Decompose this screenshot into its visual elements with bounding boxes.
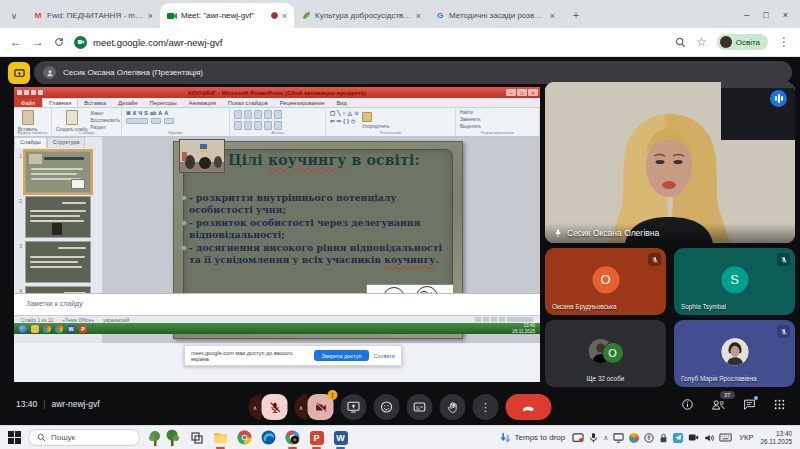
browser-profile-chip[interactable]: Освіта (717, 34, 768, 50)
slide-thumbnail-2[interactable] (25, 196, 91, 238)
ppt-tab-review[interactable]: Рецензирование (274, 98, 331, 107)
tray-chevron-icon[interactable]: ∧ (603, 434, 608, 442)
search-page-icon[interactable] (675, 37, 686, 48)
paste-icon[interactable] (22, 110, 34, 125)
captions-button[interactable] (407, 394, 433, 420)
participant-tile[interactable]: O Оксана Брудньовська (545, 248, 666, 315)
view-switcher-icons[interactable] (475, 317, 533, 322)
edge-icon[interactable] (260, 429, 277, 446)
presentation-pin-chip[interactable] (8, 62, 30, 84)
bookmark-star-icon[interactable]: ☆ (696, 36, 707, 48)
ppt-notes-area[interactable]: Заметки к слайду (14, 293, 540, 315)
meeting-details-icon[interactable] (681, 398, 694, 411)
security-tray-icon[interactable] (659, 433, 668, 443)
monitor-tray-icon[interactable] (613, 433, 624, 443)
reload-icon[interactable] (54, 37, 64, 47)
tab-gmail[interactable]: M Fwd: ПЕДЧИТАННЯ - m.golub × (26, 3, 160, 28)
start-button[interactable] (8, 431, 21, 444)
browser-menu-icon[interactable]: ⋮ (778, 36, 790, 48)
camera-options-chevron[interactable]: ∧ (295, 394, 308, 420)
more-participants-tile[interactable]: O Ще 32 особи (545, 320, 666, 387)
tab-close-icon[interactable]: × (550, 11, 555, 21)
more-options-button[interactable]: ⋮ (473, 394, 499, 420)
slide-thumbnail-1[interactable] (25, 151, 91, 193)
camera-tray-icon[interactable] (688, 433, 699, 442)
word-icon[interactable]: W (67, 325, 75, 333)
weather-widget[interactable]: Temps to drop (500, 432, 566, 444)
new-slide-icon[interactable] (66, 110, 78, 125)
arrange-label[interactable]: Упорядочить (362, 124, 389, 130)
taskbar-search[interactable]: Пошук (28, 429, 140, 446)
mic-options-chevron[interactable]: ∧ (249, 394, 262, 420)
align-controls[interactable] (234, 121, 282, 130)
mic-muted-button[interactable] (262, 394, 288, 420)
word-icon[interactable]: W (332, 429, 349, 446)
font-controls[interactable]: ЖКЧSabАА (126, 110, 174, 116)
stop-sharing-button[interactable]: Закрити доступ (314, 350, 368, 361)
list-controls[interactable] (234, 110, 282, 119)
chat-button[interactable] (743, 398, 756, 411)
close-button[interactable]: × (783, 10, 788, 20)
powerpoint-icon[interactable]: P (79, 325, 87, 333)
url-field[interactable]: meet.google.com/awr-newj-gvf (74, 36, 665, 49)
screen-record-tray-icon[interactable] (572, 433, 584, 443)
tab-meet[interactable]: Meet: "awr-newj-gvf" × (160, 3, 294, 28)
find-label[interactable]: Найти (460, 110, 481, 116)
tab-close-icon[interactable]: × (282, 11, 287, 21)
chrome-icon[interactable] (55, 325, 63, 333)
back-icon[interactable]: ← (10, 36, 22, 48)
chrome-recording-icon[interactable] (284, 429, 301, 446)
select-label[interactable]: Выделить (460, 124, 481, 130)
raise-hand-button[interactable] (440, 394, 466, 420)
ppt-tab-design[interactable]: Дизайн (112, 98, 144, 107)
folder-icon[interactable] (31, 325, 39, 333)
shapes-gallery[interactable]: ▢╲○△☆ (330, 110, 359, 116)
update-arrow-tray-icon[interactable] (644, 433, 654, 443)
shapes-gallery-2[interactable]: ⇦⇨()◇ (330, 118, 359, 124)
tab-culture[interactable]: Культура добросусідства : Я… × (294, 3, 428, 28)
ppt-tab-view[interactable]: Вид (331, 98, 354, 107)
presenting-banner[interactable]: Сесик Оксана Олегівна (Презентація) (34, 61, 792, 84)
arrange-icon[interactable] (362, 112, 372, 122)
activities-button[interactable] (773, 398, 786, 411)
minimize-button[interactable]: – (744, 10, 749, 20)
task-view-button[interactable] (188, 429, 205, 446)
start-orb-icon[interactable] (19, 325, 27, 333)
participant-tile[interactable]: S Sophia Tsymbal (674, 248, 795, 315)
maximize-button[interactable]: □ (763, 10, 768, 20)
chrome-icon[interactable] (43, 325, 51, 333)
layout-label[interactable]: Макет (91, 111, 120, 117)
language-switcher[interactable]: УКР (739, 433, 753, 442)
replace-label[interactable]: Заменить (460, 117, 481, 123)
chrome-icon[interactable] (236, 429, 253, 446)
participants-button[interactable]: 37 (711, 398, 726, 411)
meet-pwa-tray-icon[interactable] (629, 433, 639, 443)
ppt-tab-slideshow[interactable]: Показ слайдов (222, 98, 274, 107)
hide-sharing-link[interactable]: Сховати (374, 353, 395, 359)
participant-tile[interactable]: Голуб Марія Ярославівна (674, 320, 795, 387)
main-video-tile[interactable]: Сесик Оксана Олегівна (545, 82, 795, 243)
speaker-tray-icon[interactable] (704, 433, 714, 443)
camera-off-button[interactable]: ! (308, 394, 334, 420)
font-size-controls[interactable] (126, 118, 174, 124)
taskbar-clock[interactable]: 13:4026.11.2025 (760, 430, 792, 446)
present-button[interactable] (341, 394, 367, 420)
pane-tab-slides[interactable]: Слайды (14, 137, 47, 148)
end-call-button[interactable] (506, 394, 552, 420)
tab-close-icon[interactable]: × (416, 11, 421, 21)
file-explorer-icon[interactable] (212, 429, 229, 446)
ppt-tab-transitions[interactable]: Переходы (143, 98, 182, 107)
pane-tab-outline[interactable]: Структура (47, 137, 86, 148)
tab-close-icon[interactable]: × (148, 11, 153, 21)
telegram-tray-icon[interactable] (673, 433, 683, 443)
slide-thumbnail-3[interactable] (25, 241, 91, 283)
tab-methods[interactable]: G Методичні засади розвитку гр × (428, 3, 562, 28)
ppt-tab-insert[interactable]: Вставка (78, 98, 112, 107)
reactions-button[interactable] (374, 394, 400, 420)
widgets-button[interactable] (147, 429, 181, 447)
reset-label[interactable]: Восстановить (91, 118, 120, 124)
powerpoint-icon[interactable]: P (308, 429, 325, 446)
ppt-tab-file[interactable]: Файл (14, 98, 42, 107)
mic-tray-icon[interactable] (589, 432, 598, 443)
forward-icon[interactable]: → (32, 36, 44, 48)
